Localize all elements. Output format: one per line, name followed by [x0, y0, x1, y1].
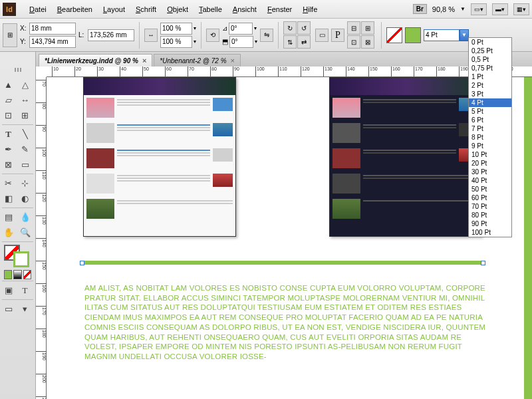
pt-option[interactable]: 0 Pt — [469, 38, 511, 47]
pt-option[interactable]: 4 Pt — [469, 98, 511, 107]
pt-option[interactable]: 10 Pt — [469, 150, 511, 159]
screen-mode-tool[interactable]: ▭ — [0, 301, 17, 317]
rotate-ccw-icon[interactable]: ↺ — [297, 21, 311, 35]
pen-tool[interactable]: ✒ — [0, 142, 17, 157]
selection-tool[interactable]: ▲ — [0, 77, 17, 92]
hand-tool[interactable]: ✋ — [0, 225, 17, 240]
menu-bearbeiten[interactable]: Bearbeiten — [52, 5, 98, 13]
screen-mode-icon[interactable]: ▬▾ — [492, 3, 508, 15]
menu-objekt[interactable]: Objekt — [162, 5, 194, 13]
rotate-input[interactable] — [229, 23, 253, 35]
zoom-tool[interactable]: 🔍 — [17, 225, 33, 240]
horizontal-ruler[interactable]: 1020304050607080901001101201301401501601… — [47, 66, 532, 77]
apply-none-icon[interactable] — [23, 270, 31, 279]
scissors-tool[interactable]: ✂ — [0, 176, 17, 191]
rotate-icon[interactable]: ⟲ — [206, 29, 219, 42]
align-icon-4[interactable]: ⊠ — [361, 35, 374, 49]
pt-option[interactable]: 60 Pt — [469, 194, 511, 202]
placed-image-right[interactable] — [329, 77, 482, 237]
pt-option[interactable]: 5 Pt — [469, 107, 511, 116]
flip-v-icon[interactable]: ⇅ — [283, 35, 297, 49]
pt-option[interactable]: 7 Pt — [469, 124, 511, 133]
eyedropper-tool[interactable]: 💧 — [17, 209, 33, 225]
menu-tabelle[interactable]: Tabelle — [194, 5, 227, 13]
gap-tool[interactable]: ↔ — [17, 92, 33, 108]
stroke-weight-arrow[interactable]: ▼ — [460, 29, 469, 41]
document-canvas[interactable]: AM ALIST, AS NOBITAT LAM VOLORES ES NOBI… — [47, 77, 532, 399]
pt-option[interactable]: 100 Pt — [469, 228, 511, 237]
scale-y-input[interactable] — [160, 36, 192, 48]
y-input[interactable] — [29, 36, 76, 48]
line-tool[interactable]: ╲ — [17, 126, 33, 142]
normal-view-icon[interactable]: ▣ — [0, 283, 17, 298]
vertical-ruler[interactable]: 7080901001101201301401501601701801902002… — [36, 77, 47, 399]
pt-option[interactable]: 9 Pt — [469, 142, 511, 150]
scale-x-icon[interactable]: ↔ — [144, 29, 158, 42]
scale-x-input[interactable] — [160, 23, 192, 35]
menu-fenster[interactable]: Fenster — [262, 5, 297, 13]
pt-option[interactable]: 0,75 Pt — [469, 64, 511, 72]
reference-point-icon[interactable]: ⊞ — [3, 23, 17, 47]
stroke-swatch[interactable] — [386, 27, 402, 43]
gradient-feather-tool[interactable]: ◐ — [17, 191, 33, 206]
menu-hilfe[interactable]: Hilfe — [297, 5, 323, 13]
rectangle-frame-tool[interactable]: ⊠ — [0, 157, 17, 172]
pt-option[interactable]: 3 Pt — [469, 90, 511, 98]
align-icon-2[interactable]: ⊞ — [361, 21, 374, 35]
pt-option[interactable]: 0,25 Pt — [469, 47, 511, 55]
rotate-cw-icon[interactable]: ↻ — [283, 21, 297, 35]
menu-schrift[interactable]: Schrift — [130, 5, 162, 13]
apply-color-icon[interactable] — [4, 270, 12, 279]
pt-option[interactable]: 80 Pt — [469, 211, 511, 219]
note-tool[interactable]: ▤ — [0, 209, 17, 225]
transform-tool[interactable]: ⊹ — [17, 176, 33, 191]
preview-view-icon[interactable]: T — [17, 283, 33, 298]
page-tool[interactable]: ▱ — [0, 92, 17, 108]
fill-swatch[interactable] — [405, 27, 421, 43]
content-tool-2[interactable]: ⊞ — [17, 108, 33, 123]
pencil-tool[interactable]: ✎ — [17, 142, 33, 157]
view-mode-icon[interactable]: ▭▾ — [471, 3, 487, 15]
select-container-icon[interactable]: ▭ — [315, 29, 329, 42]
rectangle-tool[interactable]: ▭ — [17, 157, 33, 172]
bridge-badge[interactable]: Br — [413, 4, 427, 14]
close-icon[interactable]: × — [231, 57, 235, 65]
pt-option[interactable]: 70 Pt — [469, 202, 511, 211]
pt-option[interactable]: 30 Pt — [469, 168, 511, 176]
placed-image-left[interactable] — [83, 77, 236, 237]
gradient-swatch-tool[interactable]: ◧ — [0, 191, 17, 206]
pt-option[interactable]: 90 Pt — [469, 219, 511, 228]
pt-option[interactable]: 40 Pt — [469, 176, 511, 185]
x-input[interactable] — [29, 23, 76, 35]
stroke-weight-dropdown[interactable]: 4 Pt — [424, 29, 460, 41]
tab-unbenannt[interactable]: *Unbenannt-2 @ 72 %× — [154, 54, 241, 66]
zoom-level[interactable]: 90,8 % — [432, 5, 455, 13]
pt-option[interactable]: 1 Pt — [469, 72, 511, 81]
menu-ansicht[interactable]: Ansicht — [227, 5, 262, 13]
close-icon[interactable]: × — [142, 57, 146, 65]
apply-gradient-icon[interactable] — [13, 270, 21, 279]
align-icon-1[interactable]: ⊟ — [347, 21, 360, 35]
direct-selection-tool[interactable]: △ — [17, 77, 33, 92]
flip-h2-icon[interactable]: ⇄ — [297, 35, 311, 49]
tab-linienwerkzeug[interactable]: *Linienwerkzeug.indd @ 90 %× — [39, 54, 152, 66]
pt-option[interactable]: 2 Pt — [469, 81, 511, 90]
pt-option[interactable]: 0,5 Pt — [469, 55, 511, 64]
align-icon-3[interactable]: ⊡ — [347, 35, 360, 49]
type-tool[interactable]: T — [0, 126, 17, 142]
body-text-frame[interactable]: AM ALIST, AS NOBITAT LAM VOLORES ES NOBI… — [84, 283, 490, 362]
l-input[interactable] — [88, 29, 134, 41]
menu-layout[interactable]: Layout — [98, 5, 130, 13]
content-tool[interactable]: ⊡ — [0, 108, 17, 123]
flip-h-icon[interactable]: ⇋ — [260, 29, 273, 42]
menu-datei[interactable]: Datei — [24, 5, 52, 13]
pt-option[interactable]: 20 Pt — [469, 159, 511, 168]
screen-mode-tool-2[interactable]: ▾ — [17, 301, 33, 317]
pt-option[interactable]: 6 Pt — [469, 116, 511, 124]
arrange-icon[interactable]: ▦▾ — [513, 3, 529, 15]
pt-option[interactable]: 50 Pt — [469, 185, 511, 194]
fill-stroke-tool[interactable] — [4, 245, 29, 267]
shear-input[interactable] — [229, 36, 253, 48]
p-icon[interactable]: P — [331, 29, 344, 42]
pt-option[interactable]: 8 Pt — [469, 133, 511, 142]
